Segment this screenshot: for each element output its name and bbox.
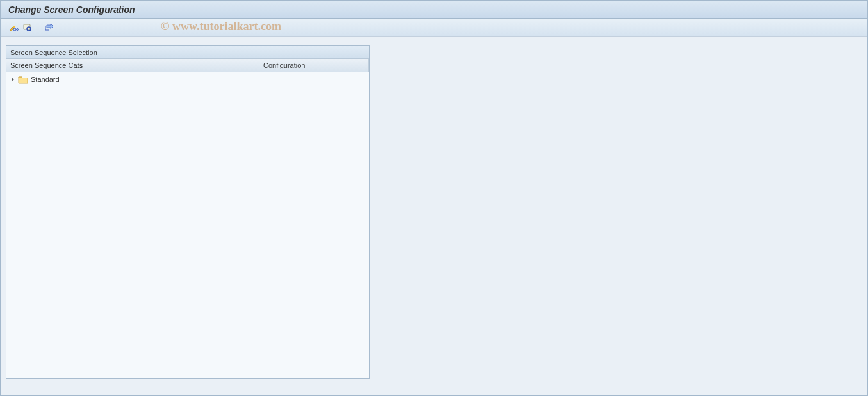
tree-panel: Screen Sequence Selection Screen Sequenc… bbox=[6, 45, 370, 379]
tree-row-standard[interactable]: Standard bbox=[6, 74, 369, 85]
folder-icon bbox=[18, 76, 28, 84]
pencil-glasses-icon bbox=[8, 22, 19, 33]
column-header-configuration[interactable]: Configuration bbox=[259, 59, 369, 72]
col2-label: Configuration bbox=[263, 62, 305, 69]
column-headers: Screen Sequence Cats Configuration bbox=[6, 59, 369, 72]
toggle-display-change-button[interactable] bbox=[7, 21, 20, 34]
share-icon bbox=[44, 22, 54, 33]
toolbar-separator bbox=[38, 22, 38, 33]
expand-arrow-icon[interactable] bbox=[10, 77, 15, 82]
toolbar bbox=[1, 19, 867, 37]
tree-item-label: Standard bbox=[31, 76, 60, 83]
col1-label: Screen Sequence Cats bbox=[10, 62, 83, 69]
panel-title: Screen Sequence Selection bbox=[10, 49, 97, 56]
svg-point-1 bbox=[17, 28, 19, 30]
transport-button[interactable] bbox=[42, 21, 55, 34]
where-used-button[interactable] bbox=[21, 21, 34, 34]
column-header-cats[interactable]: Screen Sequence Cats bbox=[6, 59, 259, 72]
window-frame: Change Screen Configuration © www.tuto bbox=[0, 0, 868, 396]
content-area: Screen Sequence Selection Screen Sequenc… bbox=[1, 37, 867, 395]
find-icon bbox=[22, 22, 33, 33]
panel-header: Screen Sequence Selection bbox=[6, 46, 369, 59]
svg-point-0 bbox=[13, 28, 16, 31]
title-bar: Change Screen Configuration bbox=[1, 1, 867, 19]
window-title: Change Screen Configuration bbox=[8, 4, 135, 15]
tree-body: Standard bbox=[6, 72, 369, 87]
svg-line-4 bbox=[30, 30, 31, 31]
